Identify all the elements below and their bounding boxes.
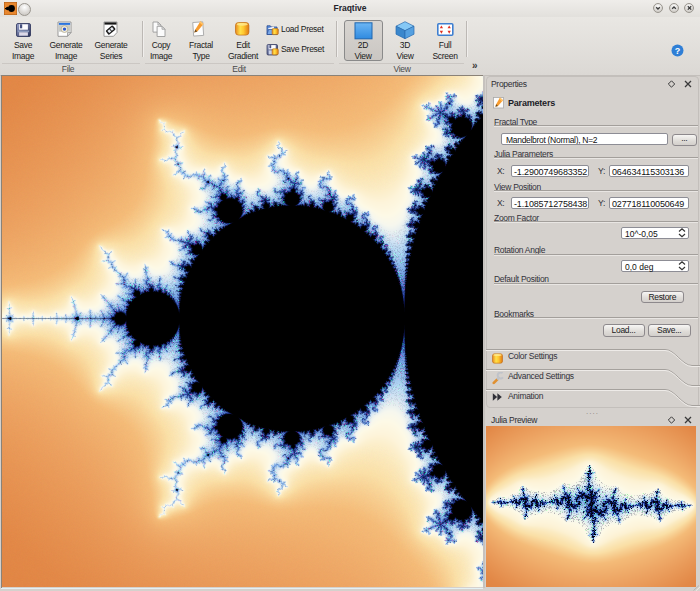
svg-text:?: ? [675, 46, 681, 56]
